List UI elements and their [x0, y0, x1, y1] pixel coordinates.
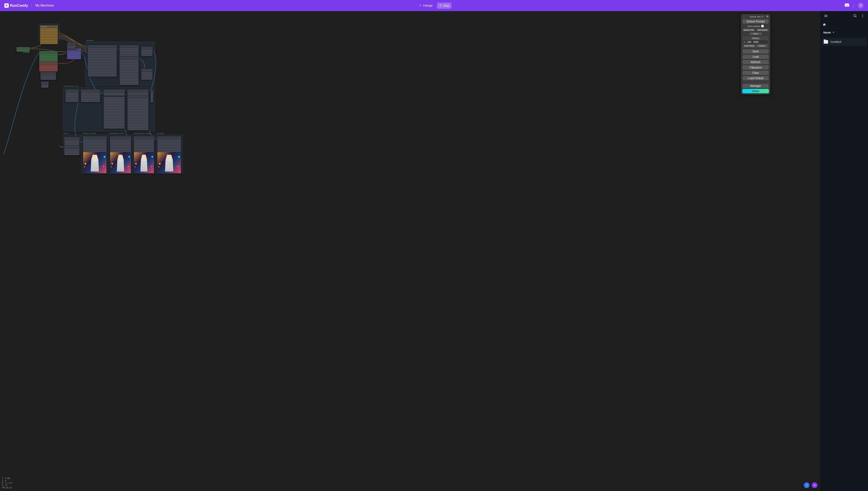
graph-node[interactable] — [64, 146, 80, 155]
history-load-button[interactable]: Load — [747, 41, 752, 43]
preview-node[interactable] — [133, 136, 155, 174]
graph-node[interactable] — [39, 62, 58, 72]
extra-options-toggle[interactable]: Extra options — [742, 24, 769, 28]
column-header-name[interactable]: Name — [820, 29, 868, 36]
graph-node[interactable] — [39, 51, 58, 62]
graph-node[interactable] — [150, 90, 154, 103]
node-row — [158, 149, 181, 150]
node-row — [88, 62, 116, 64]
manager-button[interactable]: Manager — [742, 84, 769, 88]
brand-logo[interactable]: R RunComfy — [4, 3, 28, 8]
graph-node[interactable] — [87, 45, 117, 77]
close-icon — [813, 484, 816, 487]
history-entry[interactable]: 0: Load Delete — [743, 40, 768, 44]
graph-node[interactable] — [141, 69, 153, 80]
change-button[interactable]: Change — [416, 3, 435, 9]
change-label: Change — [423, 4, 433, 7]
node-title — [39, 62, 58, 65]
node-row — [104, 124, 125, 125]
node-canvas[interactable]: Face DetailerFace Detailer Pipe · 1 Pass… — [0, 11, 820, 491]
stop-button[interactable]: Stop — [437, 3, 452, 9]
user-avatar[interactable]: J — [858, 3, 864, 8]
node-row — [134, 147, 154, 149]
history-delete-button[interactable]: Delete — [753, 41, 759, 43]
svg-point-2 — [862, 16, 863, 16]
graph-node[interactable] — [81, 89, 101, 103]
view-queue-button[interactable]: View Queue — [756, 28, 769, 32]
load-default-button[interactable]: Load Default — [742, 76, 769, 81]
clipspace-button[interactable]: Clipspace — [742, 65, 769, 70]
node-title — [17, 47, 30, 50]
node-row — [128, 102, 148, 103]
node-row — [88, 53, 116, 54]
brand-name: RunComfy — [10, 4, 28, 8]
graph-node[interactable] — [41, 81, 49, 88]
queue-front-button[interactable]: Queue Front — [742, 28, 755, 32]
node-row — [88, 74, 116, 75]
discord-icon[interactable] — [844, 3, 849, 8]
preview-node[interactable] — [83, 136, 107, 174]
node-row — [104, 118, 125, 119]
node-row — [104, 107, 125, 108]
node-row — [104, 100, 125, 102]
search-button[interactable] — [852, 12, 859, 19]
graph-node[interactable] — [65, 89, 79, 103]
graph-node[interactable] — [67, 48, 81, 59]
graph-node[interactable] — [67, 42, 76, 49]
preview-node[interactable] — [157, 136, 182, 174]
graph-node[interactable] — [119, 45, 139, 58]
node-row — [104, 93, 125, 94]
file-sidebar: Name ComfyUI — [820, 11, 868, 491]
nav-my-machines[interactable]: My Machines — [35, 4, 54, 7]
preview-image — [110, 152, 131, 173]
graph-node[interactable] — [127, 95, 149, 131]
node-row — [120, 79, 138, 80]
node-row — [104, 119, 125, 120]
comfy-control-panel[interactable]: ⋮⋮ Queue size: 0 Queue Prompt Extra opti… — [741, 14, 770, 95]
stat-t: T: 0.00s — [2, 477, 13, 480]
node-row — [120, 73, 138, 74]
graph-node[interactable] — [40, 72, 56, 80]
clear-history-button[interactable]: Clear History — [743, 44, 755, 48]
node-row — [83, 144, 106, 145]
svg-point-1 — [862, 14, 863, 15]
history-refresh-button[interactable]: Refresh — [756, 44, 768, 48]
graph-node[interactable] — [141, 47, 153, 56]
node-row — [120, 64, 138, 66]
preview-node[interactable] — [110, 136, 131, 174]
close-button[interactable]: Close — [749, 32, 762, 35]
refresh-button[interactable]: Refresh — [742, 60, 769, 64]
share-button[interactable]: Share — [742, 89, 769, 93]
node-row — [120, 82, 138, 83]
drag-handle-icon[interactable]: ⋮⋮ — [743, 16, 747, 18]
file-item-comfyui[interactable]: ComfyUI — [822, 38, 867, 46]
save-button[interactable]: Save — [742, 49, 769, 54]
load-button[interactable]: Load — [742, 54, 769, 59]
home-icon — [822, 23, 826, 26]
panel-divider — [742, 82, 769, 82]
graph-node[interactable] — [64, 137, 80, 147]
sidebar-breadcrumb[interactable] — [820, 21, 868, 29]
node-row — [83, 146, 106, 147]
gear-icon[interactable] — [766, 15, 768, 18]
sync-fab[interactable] — [804, 482, 810, 488]
node-row — [104, 125, 125, 127]
graph-node[interactable] — [103, 94, 125, 129]
node-title — [119, 45, 139, 48]
graph-node[interactable] — [103, 89, 125, 96]
more-button[interactable] — [859, 12, 866, 19]
close-fab[interactable] — [812, 482, 818, 488]
node-row — [128, 108, 148, 109]
menu-button[interactable] — [822, 12, 829, 19]
extra-options-checkbox[interactable] — [761, 25, 764, 27]
graph-node[interactable] — [119, 56, 139, 85]
node-row — [120, 55, 138, 56]
node-title — [64, 146, 80, 149]
clear-button[interactable]: Clear — [742, 70, 769, 75]
node-row — [141, 55, 152, 56]
graph-node[interactable]: AnimateDiff — [40, 25, 58, 45]
preview-image — [134, 152, 154, 173]
queue-prompt-button[interactable]: Queue Prompt — [742, 19, 769, 24]
graph-node[interactable] — [16, 47, 30, 52]
node-row — [158, 141, 181, 142]
